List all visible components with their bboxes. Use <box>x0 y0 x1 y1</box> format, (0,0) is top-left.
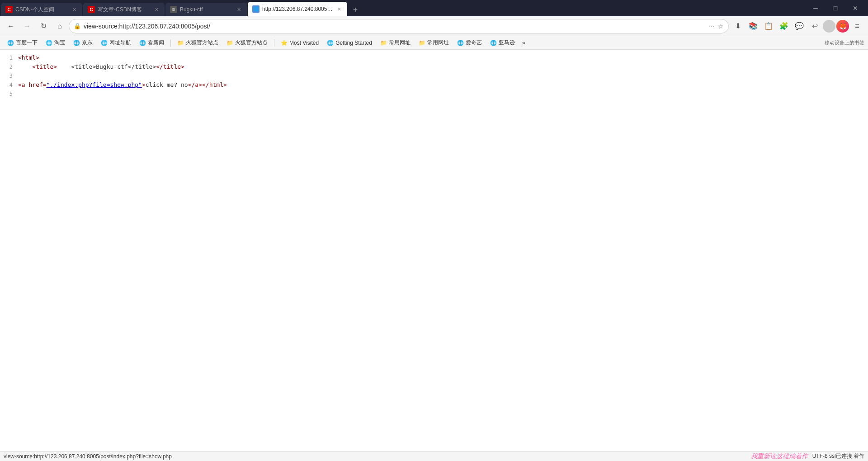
bookmark-getting-started-label: Getting Started <box>335 40 372 46</box>
baidu-icon: 🌐 <box>7 40 14 46</box>
bookmark-common1-label: 常用网址 <box>389 39 410 47</box>
title-open-tag: <title> <box>32 63 57 70</box>
fox2-icon: 📁 <box>226 40 233 46</box>
tab-2[interactable]: C 写文章-CSDN博客 ✕ <box>83 3 165 16</box>
line-number-5: 5 <box>0 89 18 99</box>
address-bar-container[interactable]: 🔒 ··· ☆ <box>69 19 729 33</box>
bookmark-fox1[interactable]: 📁 火狐官方站点 <box>174 38 222 48</box>
watermark-text: 我重新读这雄鸡着作 <box>751 452 808 461</box>
bookmark-common2-label: 常用网址 <box>427 39 449 47</box>
star-icon[interactable]: ☆ <box>718 23 724 30</box>
tab4-title: http://123.206.87.240:8005/post/ <box>262 6 333 12</box>
bookmark-most-visited-label: Most Visited <box>289 40 319 46</box>
line-content-1: <html> <box>18 53 868 62</box>
status-encoding: UTF-8 ssl已连接 着作 <box>812 452 864 460</box>
tab3-title: Bugku-ctf <box>180 6 232 13</box>
window-controls: ─ □ ✕ <box>807 0 868 16</box>
nav-icon: 🌐 <box>101 40 108 46</box>
tab1-close[interactable]: ✕ <box>71 6 78 13</box>
navbar: ← → ↻ ⌂ 🔒 ··· ☆ ⬇ 📚 📋 🧩 💬 ↩ 🦊 ≡ <box>0 16 868 36</box>
tab-1[interactable]: C CSDN-个人空间 ✕ <box>1 3 82 16</box>
bookmark-fox2[interactable]: 📁 火狐官方站点 <box>223 38 271 48</box>
bookmark-fox1-label: 火狐官方站点 <box>186 39 218 47</box>
getting-started-icon: 🌐 <box>327 40 334 46</box>
tab3-close[interactable]: ✕ <box>235 6 242 13</box>
back-button[interactable]: ← <box>4 19 18 33</box>
maximize-button[interactable]: □ <box>826 0 844 16</box>
tab-3[interactable]: B Bugku-ctf ✕ <box>165 3 247 16</box>
toolbar-right: ⬇ 📚 📋 🧩 💬 ↩ 🦊 ≡ <box>731 19 864 33</box>
pocket-button[interactable]: 💬 <box>792 19 807 33</box>
tab-4[interactable]: 🌐 http://123.206.87.240:8005/post/ ✕ <box>248 2 347 16</box>
bookmark-nav[interactable]: 🌐 网址导航 <box>97 38 135 48</box>
tab1-favicon: C <box>5 6 13 13</box>
title-close-tag: </title> <box>156 63 184 70</box>
line-4: 4 <a href="./index.php?file=show.php">cl… <box>0 80 868 89</box>
bookmark-taobao[interactable]: 🌐 淘宝 <box>42 38 69 48</box>
tab3-favicon: B <box>170 6 177 13</box>
add-tab-button[interactable]: + <box>349 4 362 16</box>
bookmark-getting-started[interactable]: 🌐 Getting Started <box>323 38 376 47</box>
lock-icon: 🔒 <box>74 23 81 29</box>
jd-icon: 🌐 <box>73 40 80 46</box>
bookmark-nav-label: 网址导航 <box>109 39 131 47</box>
amazon-icon: 🌐 <box>490 40 497 46</box>
reload-button[interactable]: ↻ <box>36 19 51 33</box>
bookmark-amazon[interactable]: 🌐 亚马逊 <box>486 38 519 48</box>
tabs-container: C CSDN-个人空间 ✕ C 写文章-CSDN博客 ✕ B Bugku-ctf… <box>0 0 807 16</box>
tab4-favicon: 🌐 <box>252 5 259 13</box>
minimize-button[interactable]: ─ <box>807 0 825 16</box>
downloads-button[interactable]: ⬇ <box>731 19 745 33</box>
bookmark-jd[interactable]: 🌐 京东 <box>70 38 96 48</box>
bookmark-baidu[interactable]: 🌐 百度一下 <box>4 38 41 48</box>
separator-1 <box>170 39 171 47</box>
synced-tabs-button[interactable]: 📋 <box>761 19 776 33</box>
status-right: 我重新读这雄鸡着作 UTF-8 ssl已连接 着作 <box>751 452 864 461</box>
avatar-button[interactable] <box>823 20 835 33</box>
title-text: <title>Bugku-ctf</title> <box>57 63 156 70</box>
line-number-4: 4 <box>0 80 18 89</box>
address-extras: ··· ☆ <box>709 23 724 30</box>
back-fwd-button[interactable]: ↩ <box>807 19 822 33</box>
bookmark-most-visited[interactable]: ⭐ Most Visited <box>277 38 322 47</box>
library-button[interactable]: 📚 <box>746 19 760 33</box>
line-1: 1 <html> <box>0 53 868 62</box>
close-button[interactable]: ✕ <box>846 0 864 16</box>
source-code-area: 1 <html> 2 <title> <title>Bugku-ctf</tit… <box>0 50 868 451</box>
a-end-tag: </a> <box>188 81 202 88</box>
forward-button[interactable]: → <box>20 19 34 33</box>
common1-icon: 📁 <box>380 40 387 46</box>
bookmarks-bar: 🌐 百度一下 🌐 淘宝 🌐 京东 🌐 网址导航 🌐 看新闻 📁 火狐官方站点 📁… <box>0 36 868 50</box>
bookmark-jd-label: 京东 <box>82 39 93 47</box>
taobao-icon: 🌐 <box>46 40 52 46</box>
common2-icon: 📁 <box>419 40 425 46</box>
tab4-close[interactable]: ✕ <box>335 5 343 13</box>
firefox-button[interactable]: 🦊 <box>836 20 849 33</box>
bookmarks-more-button[interactable]: » <box>519 38 528 47</box>
line-number-1: 1 <box>0 53 18 62</box>
bookmark-taobao-label: 淘宝 <box>54 39 65 47</box>
mobile-bookmarks: 移动设备上的书签 <box>529 39 864 46</box>
href-value[interactable]: "./index.php?file=show.php" <box>47 81 142 88</box>
address-input[interactable] <box>84 23 706 30</box>
line-2: 2 <title> <title>Bugku-ctf</title></titl… <box>0 62 868 71</box>
a-open-tag: <a <box>18 81 28 88</box>
a-close-angle: > <box>142 81 146 88</box>
news-icon: 🌐 <box>139 40 146 46</box>
tab2-favicon: C <box>88 6 95 13</box>
bookmark-amazon-label: 亚马逊 <box>499 39 515 47</box>
titlebar: C CSDN-个人空间 ✕ C 写文章-CSDN博客 ✕ B Bugku-ctf… <box>0 0 868 16</box>
aiqiyi-icon: 🌐 <box>457 40 464 46</box>
bookmark-common2[interactable]: 📁 常用网址 <box>415 38 453 48</box>
home-button[interactable]: ⌂ <box>52 19 67 33</box>
bookmark-common1[interactable]: 📁 常用网址 <box>377 38 414 48</box>
main-content: 1 <html> 2 <title> <title>Bugku-ctf</tit… <box>0 50 868 451</box>
menu-button[interactable]: ≡ <box>850 19 864 33</box>
bookmark-news[interactable]: 🌐 看新闻 <box>136 38 168 48</box>
href-attr: href= <box>28 81 46 88</box>
extensions-button[interactable]: 🧩 <box>777 19 791 33</box>
tab1-title: CSDN-个人空间 <box>15 6 68 14</box>
tab2-close[interactable]: ✕ <box>153 6 160 13</box>
bookmark-aiqiyi[interactable]: 🌐 爱奇艺 <box>453 38 486 48</box>
ellipsis-icon[interactable]: ··· <box>709 23 714 30</box>
